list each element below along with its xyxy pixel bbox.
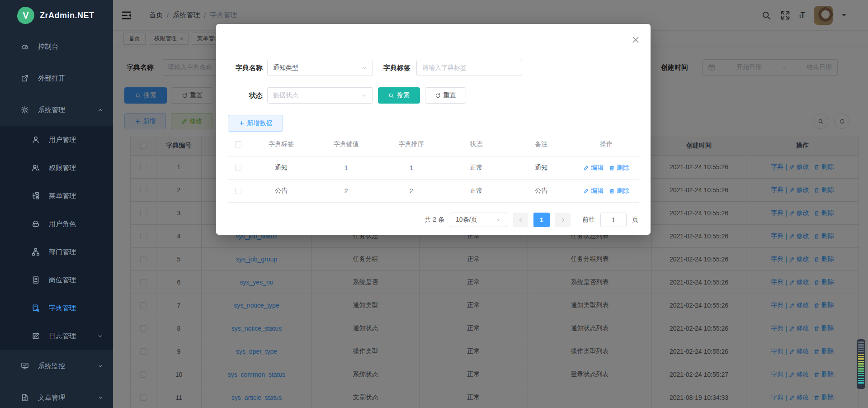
cell-operations: 编辑 删除 [574, 180, 639, 202]
sidebar-item-post-management[interactable]: 岗位管理 [0, 266, 113, 294]
row-checkbox[interactable] [235, 165, 241, 171]
header-dict-label: 字典标签 [249, 133, 314, 156]
next-page-button[interactable] [555, 213, 571, 227]
chevron-down-icon [362, 65, 367, 71]
header-operations: 操作 [574, 133, 639, 156]
search-icon [388, 93, 394, 99]
arrow-left-icon [518, 217, 524, 223]
dialog-dict-label-label: 字典标签 [377, 60, 410, 76]
dashboard-icon [21, 43, 29, 51]
cell-remark: 通知 [509, 157, 574, 179]
chevron-down-icon [98, 333, 103, 339]
plus-icon [239, 120, 245, 126]
cell-checkbox [228, 180, 249, 202]
logo-icon: V [17, 7, 34, 24]
header-dict-value: 字典键值 [314, 133, 379, 156]
page-size-select[interactable]: 10条/页 [450, 213, 507, 227]
goto-page-input[interactable]: 1 [600, 213, 627, 227]
sidebar-item-dashboard[interactable]: 控制台 [0, 31, 113, 62]
system-management-submenu: 用户管理 权限管理 菜单管理 用户角色 部门管理 岗位管理 [0, 126, 113, 350]
chevron-down-icon [98, 395, 103, 400]
pencil-icon [583, 165, 589, 171]
cell-dict-value: 2 [314, 180, 379, 202]
page-unit-label: 页 [632, 216, 638, 224]
chevron-up-icon [98, 107, 103, 113]
edit-link[interactable]: 编辑 [583, 187, 604, 195]
cell-dict-sort: 2 [379, 180, 444, 202]
cell-remark: 公告 [509, 180, 574, 202]
trash-icon [609, 188, 615, 194]
delete-link[interactable]: 删除 [609, 187, 629, 195]
sidebar-item-permission-management[interactable]: 权限管理 [0, 154, 113, 182]
chevron-down-icon [362, 93, 367, 98]
badge-icon [32, 276, 40, 284]
header-status: 状态 [443, 133, 509, 156]
close-icon[interactable] [632, 36, 640, 44]
dialog-add-data-button[interactable]: 新增数据 [228, 115, 283, 132]
sidebar-item-user-role[interactable]: 用户角色 [0, 210, 113, 238]
app-window: V ZrAdmin.NET 控制台 外部打开 系统管理 用户管理 权限管理 [0, 0, 868, 408]
log-icon [32, 332, 40, 340]
dialog-table-header-row: 字典标签 字典键值 字典排序 状态 备注 操作 [228, 133, 639, 157]
cell-status: 正常 [443, 180, 509, 202]
cell-dict-value: 1 [314, 157, 379, 179]
row-checkbox[interactable] [235, 188, 241, 194]
app-logo[interactable]: V ZrAdmin.NET [0, 0, 113, 31]
pagination-total: 共 2 条 [425, 216, 444, 224]
dialog-dict-label-input[interactable]: 请输入字典标签 [416, 60, 522, 76]
page-number-button[interactable]: 1 [533, 213, 550, 227]
cell-operations: 编辑 删除 [574, 157, 639, 179]
sidebar-item-dictionary-management[interactable]: 字典管理 [0, 294, 113, 322]
dialog-status-select[interactable]: 数据状态 [267, 87, 373, 104]
cell-dict-label: 公告 [249, 180, 314, 202]
header-dict-sort: 字典排序 [379, 133, 444, 156]
sidebar-item-system-monitor[interactable]: 系统监控 [0, 350, 113, 382]
article-icon [21, 394, 29, 402]
dialog-dict-data-table: 字典标签 字典键值 字典排序 状态 备注 操作 通知 1 1 正常 通知 编辑 … [228, 133, 639, 203]
dialog-table-row: 通知 1 1 正常 通知 编辑 删除 [228, 157, 639, 180]
cell-checkbox [228, 157, 249, 179]
app-title: ZrAdmin.NET [40, 11, 94, 20]
dictionary-icon [32, 304, 40, 312]
chevron-down-icon [98, 363, 103, 369]
dialog-search-button[interactable]: 搜索 [378, 87, 420, 104]
arrow-right-icon [560, 217, 566, 223]
sidebar-item-user-management[interactable]: 用户管理 [0, 126, 113, 154]
sidebar-item-department-management[interactable]: 部门管理 [0, 238, 113, 266]
dialog-table-row: 公告 2 2 正常 公告 编辑 删除 [228, 180, 639, 203]
org-chart-icon [32, 248, 40, 256]
refresh-icon [435, 93, 441, 99]
external-link-icon [21, 74, 29, 82]
trash-icon [609, 165, 615, 171]
sidebar: V ZrAdmin.NET 控制台 外部打开 系统管理 用户管理 权限管理 [0, 0, 113, 408]
users-icon [32, 164, 40, 172]
dialog-status-label: 状态 [224, 87, 263, 104]
monitor-icon [21, 362, 29, 370]
pencil-icon [583, 188, 589, 194]
sidebar-item-external-open[interactable]: 外部打开 [0, 62, 113, 94]
chevron-down-icon [496, 217, 501, 223]
cell-dict-sort: 1 [379, 157, 444, 179]
dict-data-dialog: 字典名称 通知类型 字典标签 请输入字典标签 状态 数据状态 搜索 重置 新增数… [216, 24, 651, 235]
cell-status: 正常 [443, 157, 509, 179]
scrollbar-widget[interactable] [857, 339, 865, 389]
prev-page-button[interactable] [513, 213, 528, 227]
goto-label: 前往 [582, 216, 595, 224]
dialog-pagination: 共 2 条 10条/页 1 前往 1 页 [425, 211, 638, 229]
dialog-dict-name-label: 字典名称 [224, 60, 263, 76]
dialog-table-body: 通知 1 1 正常 通知 编辑 删除 公告 2 2 正常 公告 编辑 删除 [228, 157, 639, 203]
edit-link[interactable]: 编辑 [583, 164, 604, 172]
delete-link[interactable]: 删除 [609, 164, 629, 172]
sidebar-item-system-management[interactable]: 系统管理 [0, 94, 113, 126]
dialog-dict-name-select[interactable]: 通知类型 [267, 60, 373, 76]
sidebar-item-menu-management[interactable]: 菜单管理 [0, 182, 113, 210]
user-icon [32, 136, 40, 144]
header-remark: 备注 [509, 133, 574, 156]
role-icon [32, 220, 40, 228]
cell-dict-label: 通知 [249, 157, 314, 179]
sidebar-item-log-management[interactable]: 日志管理 [0, 322, 113, 350]
menu-tree-icon [32, 192, 40, 200]
sidebar-item-article-management[interactable]: 文章管理 [0, 382, 113, 408]
select-all-checkbox[interactable] [235, 141, 241, 147]
dialog-reset-button[interactable]: 重置 [425, 87, 466, 104]
